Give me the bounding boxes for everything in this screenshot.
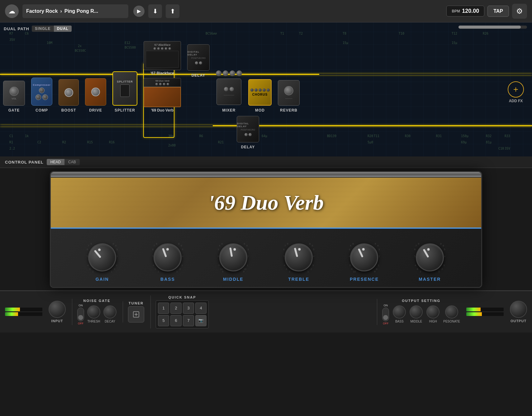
comp-pedal[interactable]: Compressor COMP: [31, 78, 52, 112]
bf-k1: [154, 47, 156, 50]
snap-btn-3[interactable]: 3: [183, 303, 194, 314]
dv-k3: [163, 83, 165, 85]
bf-k4: [165, 47, 167, 50]
add-fx-button[interactable]: + ADD FX: [508, 81, 524, 103]
circuit-text-c1: C1: [9, 134, 13, 138]
top-bar: ☁ Factory Rock › Ping Pong R... ▶ ⬇ ⬆ BP…: [0, 0, 532, 22]
out-pesonate-knob[interactable]: [445, 305, 458, 318]
download-button[interactable]: ⬇: [148, 4, 162, 18]
output-knob[interactable]: [510, 301, 527, 318]
scrollbar-thumb: [458, 26, 521, 29]
snap-btn-7[interactable]: 7: [183, 315, 194, 326]
snap-btn-5[interactable]: 5: [158, 315, 169, 326]
out-middle-knob[interactable]: [410, 305, 423, 318]
input-knob[interactable]: [49, 301, 66, 318]
input-meters: [5, 291, 42, 332]
circuit-text-t2: T2: [299, 32, 303, 35]
delay-bot-pedal[interactable]: DIGITAL DELAY POSITVECRO DELAY: [237, 116, 259, 149]
splitter-body: [120, 84, 130, 97]
gate-pedal-body: VOL: [3, 81, 25, 106]
cab-option[interactable]: CAB: [64, 159, 80, 165]
master-label: MASTER: [419, 277, 441, 282]
duoverb-cabinet: [144, 87, 181, 107]
treble-label: TREBLE: [288, 277, 309, 282]
splitter-pedal[interactable]: SPLITTER SPLITTER: [112, 71, 137, 112]
dual-option[interactable]: DUAL: [54, 26, 72, 32]
master-knob-wrapper[interactable]: 9 8 7 6 6 5 5 4 4 3 3 2 2: [414, 242, 445, 273]
upload-button[interactable]: ⬆: [166, 4, 179, 18]
bf-k3: [161, 47, 164, 50]
bpm-area: BPM 120.00 TAP ⚙: [446, 4, 527, 19]
decay-knob[interactable]: [103, 305, 116, 318]
out-high-knob[interactable]: [426, 305, 439, 318]
amp-stack: '67 Blackface '67 Blackface: [144, 41, 181, 112]
output-meters: [466, 291, 504, 332]
middle-knob-wrapper[interactable]: 6 5 4 4 3 3 8 2 9 1 10 10 9: [218, 242, 249, 273]
circuit-text-bd139: BD139: [327, 134, 336, 138]
dv-k2: [159, 83, 162, 85]
thresh-knob[interactable]: [87, 305, 100, 318]
gain-knob-wrapper[interactable]: 9 8 7 6 6 5 5 4 4 3 3 2 2: [87, 242, 118, 273]
mixer-knobs: [224, 87, 234, 91]
delay-bot-brand: DIGITAL DELAY: [237, 122, 259, 128]
snap-btn-6[interactable]: 6: [170, 315, 182, 326]
treble-knob-wrapper[interactable]: 9 8 7 6 6 5 5 4 4 3 3 2 2: [283, 242, 314, 273]
mixer-label: MIXER: [222, 108, 235, 112]
path-toggle[interactable]: SINGLE DUAL: [32, 26, 72, 32]
output-toggle[interactable]: ON OFF: [382, 304, 389, 325]
snap-btn-1[interactable]: 1: [158, 303, 169, 314]
single-option[interactable]: SINGLE: [32, 26, 54, 32]
mod-k3: [259, 88, 262, 92]
output-toggle-body[interactable]: [382, 308, 389, 321]
cloud-button[interactable]: ☁: [5, 4, 19, 18]
noise-gate-toggle[interactable]: ON OFF: [77, 304, 84, 325]
tap-button[interactable]: TAP: [487, 6, 509, 17]
presence-knob-indicator: [362, 248, 365, 251]
bass-knob-wrapper[interactable]: 9 8 7 6 6 5 5 4 4 3 3 2 2: [152, 242, 183, 273]
mod-pedal[interactable]: CHORUS MOD: [248, 79, 272, 112]
boost-pedal[interactable]: BOOST: [59, 79, 79, 112]
snap-camera-btn[interactable]: 📷: [195, 315, 207, 326]
output-setting-label: OUTPUT SETTING: [402, 299, 440, 303]
blackface-knobs: [154, 47, 171, 50]
snap-btn-2[interactable]: 2: [170, 303, 182, 314]
drive-pedal-body: [85, 78, 106, 106]
duoverb-amp[interactable]: '69 Duo Verb '69 Duo Verb: [144, 78, 181, 112]
play-button[interactable]: ▶: [133, 6, 145, 17]
output-label: OUTPUT: [511, 319, 526, 323]
out-bass-knob[interactable]: [393, 305, 406, 318]
presence-knob-wrapper[interactable]: 6 5 4 4 3 3 4 2 5 1 6 8 10: [349, 242, 380, 273]
head-cab-toggle[interactable]: HEAD CAB: [47, 159, 80, 165]
quick-snap-label: QUICK SNAP: [168, 295, 196, 299]
scrollbar-track[interactable]: [458, 26, 527, 29]
settings-button[interactable]: ⚙: [512, 4, 527, 19]
amp-display-wrapper: '69 Duo Verb 9 8 7 6 6 5 5: [0, 168, 532, 291]
master-knob[interactable]: [414, 241, 446, 273]
reverb-pedal[interactable]: ──── REVERB: [278, 80, 300, 112]
drive-pedal[interactable]: DRIVE: [85, 78, 106, 112]
circuit-text-r32: R32: [486, 134, 492, 138]
mod-k4: [263, 88, 266, 92]
blackface-amp[interactable]: '67 Blackface '67 Blackface: [144, 41, 181, 75]
mod-pedal-body: CHORUS: [248, 79, 272, 106]
circuit-text-r31: R31: [436, 134, 442, 138]
comp-knob-1: [39, 88, 45, 93]
circuit-text-r28: R28: [368, 134, 373, 138]
tuner-button[interactable]: [128, 306, 144, 323]
snap-btn-4[interactable]: 4: [195, 303, 207, 314]
ng-toggle-body[interactable]: [77, 308, 84, 321]
mixer-body[interactable]: ──────: [216, 79, 241, 105]
gate-pedal[interactable]: VOL GATE: [3, 81, 25, 112]
preset-selector[interactable]: Factory Rock › Ping Pong R...: [22, 4, 128, 18]
head-option[interactable]: HEAD: [47, 159, 64, 165]
snap-grid: 1 2 3 4 5 6 7 📷: [158, 303, 207, 326]
circuit-text-t11: T11: [374, 134, 379, 138]
blackface-header: '67 Blackface: [154, 43, 170, 46]
blackface-label: '67 Blackface: [150, 71, 174, 75]
delay-top-pedal[interactable]: DIGITAL DELAY POSITVECRO DELAY: [187, 44, 210, 78]
bass-knob[interactable]: [154, 243, 182, 271]
gate-label: GATE: [8, 108, 20, 112]
noise-gate-controls: ON OFF THRESH DECAY: [77, 304, 116, 325]
amp-controls-row: 9 8 7 6 6 5 5 4 4 3 3 2 2: [51, 227, 481, 288]
decay-control: DECAY: [103, 305, 116, 323]
